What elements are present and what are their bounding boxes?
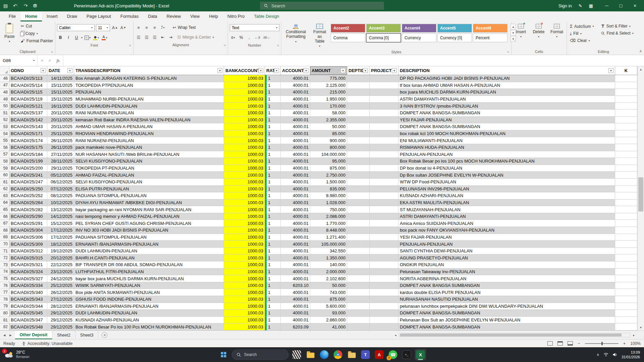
cell[interactable]: nasi tempong memor y AHMAD FAIZAL-PENJUA… [74,213,224,220]
italic-button[interactable]: I [65,34,72,41]
cell[interactable]: 17/12/2025 [47,227,74,234]
ribbon-display-icon[interactable]: ▦ [589,3,593,8]
cell[interactable]: kardus double ELISA PUTR PENJUALAN [398,289,615,296]
font-color-button[interactable]: A▾ [101,34,108,41]
cell[interactable] [347,144,370,151]
cell[interactable] [615,323,637,330]
cell[interactable] [370,117,398,124]
cell[interactable]: 1000.03 [224,82,265,89]
cell[interactable] [615,103,637,110]
align-middle-icon[interactable]: ≡ [143,24,150,31]
cell[interactable]: BCA/ADI/25/171 [9,130,47,137]
tab-table-design[interactable]: Table Design [249,11,284,21]
cell[interactable]: Pelunasan Takeaway Inv-PENJUALAN [398,268,615,276]
cell[interactable] [370,103,398,110]
cell[interactable] [347,158,370,165]
cell[interactable]: 1 [265,227,281,234]
row-number[interactable]: 63 [0,192,9,199]
cut-button[interactable]: ✂Cut [19,23,54,29]
cell[interactable]: 1 [265,186,281,193]
cell[interactable]: 58.000 [310,110,347,117]
cell[interactable] [347,179,370,186]
cell[interactable]: NORITA AGBERINA-PENJUALAN [398,275,615,282]
cell[interactable]: 1 [265,241,281,248]
align-right-icon[interactable]: ☰ [151,34,158,41]
cell[interactable] [370,144,398,151]
cell[interactable]: 1000.03 [224,151,265,158]
new-sheet-button[interactable]: + [102,332,107,338]
cell[interactable] [347,303,370,310]
cell[interactable]: BCA/ADI/25/200 [9,165,47,172]
cell[interactable]: BCA/ADI/25/304 [9,227,47,234]
filter-icon[interactable]: ▾ [258,68,263,73]
row-number[interactable]: 80 [0,310,9,317]
cell[interactable]: BCA/ADI/25/340 [9,289,47,296]
cell[interactable]: 24/12/2025 [47,275,74,282]
cell[interactable]: 26/12/2025 [47,289,74,296]
cell[interactable]: 1 [265,130,281,137]
cell[interactable]: 1.271.400 [310,234,347,241]
cell[interactable] [615,261,637,268]
cell[interactable] [370,275,398,282]
cell[interactable]: BCA/ADI/25/142 [9,117,47,124]
cell[interactable] [615,241,637,248]
cell[interactable]: 41.000 [310,323,347,330]
cell[interactable] [347,130,370,137]
row-number[interactable]: 54 [0,130,9,137]
name-box[interactable]: G86▾ [0,55,38,66]
normal-view-icon[interactable] [547,341,553,346]
cell[interactable]: Dp Box sultan JOSEPHINE EVELYN W-PENJUAL… [398,172,615,179]
cell[interactable]: 1000.03 [224,89,265,96]
cell[interactable]: kemasan Roti Bakar INDRA RAESHA VALEN-PE… [74,117,224,124]
cell[interactable]: WIWIK SARMIYATI-PENJUALAN [74,282,224,289]
sheet-nav-left-icon[interactable]: ◂ [3,333,5,338]
cell[interactable]: Box Robak Besar Po los 100 Pcs MOCH NURO… [74,323,224,330]
cell[interactable]: 4000.01 [281,117,310,124]
cell[interactable]: 16/11/2025 [47,103,74,110]
column-header-bank[interactable]: BANKACCOUNT▾ [224,66,265,75]
cell[interactable]: 29/12/2025 [47,310,74,317]
cell[interactable] [370,110,398,117]
row-number[interactable]: 62 [0,186,9,193]
cell[interactable]: 06/12/2025 [47,179,74,186]
page-break-view-icon[interactable] [568,341,573,346]
cell[interactable]: BCA/ADI/25/347 [9,317,47,324]
excel-icon[interactable]: X [415,349,426,360]
cell[interactable]: 775.000 [310,75,347,82]
cell[interactable]: 2.102.600 [310,275,347,282]
cell[interactable] [347,96,370,103]
cell[interactable] [370,82,398,89]
cell[interactable] [347,317,370,324]
cell[interactable]: DOMPET ANAK BANGSA-SUMBANGAN [398,123,615,130]
cell[interactable]: EKA ASTRI MAULITA-PENJUALAN [398,199,615,206]
cell[interactable]: WTW DP Food-PENJUALAN [398,179,615,186]
filter-icon[interactable]: ▾ [363,68,368,73]
cell[interactable]: 1000.03 [224,123,265,130]
cell[interactable]: NURHASANAH NASUTIO PENJUALAN [398,296,615,303]
cell[interactable] [615,179,637,186]
cell[interactable]: PADUANA SITOMPUL-PENJUALAN [74,234,224,241]
find-select-button[interactable]: Find & Select▾ [600,30,635,36]
cell[interactable]: BCA/ADI/25/312 [9,248,47,255]
cell[interactable]: 800.000 [310,144,347,151]
cell[interactable] [615,303,637,310]
merge-center-button[interactable]: ⊡Merge & Center▾ [176,34,215,40]
acrobat-icon[interactable]: A [374,349,385,360]
cell[interactable]: 4000.01 [281,110,310,117]
cell[interactable] [615,144,637,151]
cell[interactable]: Box Robak Besar po los 100 pcs MOCH NURO… [398,158,615,165]
cell[interactable]: 1000.03 [224,248,265,255]
filter-icon[interactable]: ▾ [392,68,397,73]
cell[interactable]: 1000.03 [224,130,265,137]
cell[interactable] [347,110,370,117]
cell[interactable]: 17/12/2025 [47,234,74,241]
cell[interactable] [615,82,637,89]
cell[interactable]: 23/12/2025 [47,268,74,276]
font-family-select[interactable]: Calibri▾ [57,24,95,31]
cell[interactable]: 50.000 [310,282,347,289]
cell[interactable]: 4000.01 [281,137,310,144]
cell[interactable]: 105.000.000 [310,241,347,248]
cell[interactable] [347,234,370,241]
cell[interactable]: 1 [265,254,281,261]
save-icon[interactable]: ⛃ [33,3,37,8]
